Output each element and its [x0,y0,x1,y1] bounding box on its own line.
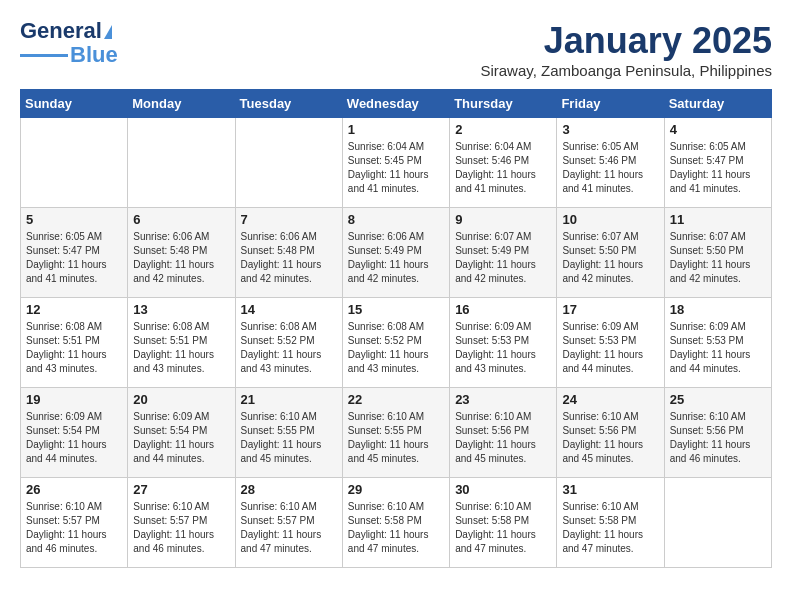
calendar-cell: 29Sunrise: 6:10 AM Sunset: 5:58 PM Dayli… [342,478,449,568]
day-info: Sunrise: 6:10 AM Sunset: 5:57 PM Dayligh… [133,500,229,556]
calendar-cell: 15Sunrise: 6:08 AM Sunset: 5:52 PM Dayli… [342,298,449,388]
calendar-cell: 3Sunrise: 6:05 AM Sunset: 5:46 PM Daylig… [557,118,664,208]
header-day-monday: Monday [128,90,235,118]
calendar-subtitle: Siraway, Zamboanga Peninsula, Philippine… [480,62,772,79]
page-header: General Blue January 2025 Siraway, Zambo… [20,20,772,79]
day-info: Sunrise: 6:05 AM Sunset: 5:46 PM Dayligh… [562,140,658,196]
day-number: 9 [455,212,551,227]
calendar-cell [235,118,342,208]
calendar-cell: 4Sunrise: 6:05 AM Sunset: 5:47 PM Daylig… [664,118,771,208]
day-number: 20 [133,392,229,407]
header-day-thursday: Thursday [450,90,557,118]
calendar-cell: 9Sunrise: 6:07 AM Sunset: 5:49 PM Daylig… [450,208,557,298]
calendar-cell: 2Sunrise: 6:04 AM Sunset: 5:46 PM Daylig… [450,118,557,208]
day-number: 14 [241,302,337,317]
day-number: 27 [133,482,229,497]
day-number: 19 [26,392,122,407]
day-number: 15 [348,302,444,317]
day-number: 10 [562,212,658,227]
day-number: 28 [241,482,337,497]
calendar-cell: 14Sunrise: 6:08 AM Sunset: 5:52 PM Dayli… [235,298,342,388]
calendar-cell: 23Sunrise: 6:10 AM Sunset: 5:56 PM Dayli… [450,388,557,478]
day-number: 24 [562,392,658,407]
calendar-cell: 11Sunrise: 6:07 AM Sunset: 5:50 PM Dayli… [664,208,771,298]
logo-blue-text: Blue [70,42,118,68]
calendar-week-5: 26Sunrise: 6:10 AM Sunset: 5:57 PM Dayli… [21,478,772,568]
calendar-cell: 20Sunrise: 6:09 AM Sunset: 5:54 PM Dayli… [128,388,235,478]
day-info: Sunrise: 6:05 AM Sunset: 5:47 PM Dayligh… [670,140,766,196]
day-number: 11 [670,212,766,227]
calendar-cell: 5Sunrise: 6:05 AM Sunset: 5:47 PM Daylig… [21,208,128,298]
day-info: Sunrise: 6:10 AM Sunset: 5:55 PM Dayligh… [241,410,337,466]
day-info: Sunrise: 6:06 AM Sunset: 5:48 PM Dayligh… [133,230,229,286]
day-info: Sunrise: 6:06 AM Sunset: 5:49 PM Dayligh… [348,230,444,286]
header-day-tuesday: Tuesday [235,90,342,118]
day-info: Sunrise: 6:09 AM Sunset: 5:54 PM Dayligh… [26,410,122,466]
header-day-friday: Friday [557,90,664,118]
title-section: January 2025 Siraway, Zamboanga Peninsul… [480,20,772,79]
day-number: 8 [348,212,444,227]
logo-triangle-icon [104,25,112,39]
day-info: Sunrise: 6:10 AM Sunset: 5:55 PM Dayligh… [348,410,444,466]
calendar-cell: 22Sunrise: 6:10 AM Sunset: 5:55 PM Dayli… [342,388,449,478]
calendar-cell: 28Sunrise: 6:10 AM Sunset: 5:57 PM Dayli… [235,478,342,568]
calendar-week-3: 12Sunrise: 6:08 AM Sunset: 5:51 PM Dayli… [21,298,772,388]
calendar-cell [664,478,771,568]
calendar-week-1: 1Sunrise: 6:04 AM Sunset: 5:45 PM Daylig… [21,118,772,208]
day-number: 2 [455,122,551,137]
calendar-cell: 26Sunrise: 6:10 AM Sunset: 5:57 PM Dayli… [21,478,128,568]
calendar-title: January 2025 [480,20,772,62]
day-info: Sunrise: 6:09 AM Sunset: 5:53 PM Dayligh… [455,320,551,376]
day-info: Sunrise: 6:10 AM Sunset: 5:57 PM Dayligh… [241,500,337,556]
calendar-cell: 8Sunrise: 6:06 AM Sunset: 5:49 PM Daylig… [342,208,449,298]
calendar-week-2: 5Sunrise: 6:05 AM Sunset: 5:47 PM Daylig… [21,208,772,298]
day-info: Sunrise: 6:09 AM Sunset: 5:54 PM Dayligh… [133,410,229,466]
day-info: Sunrise: 6:10 AM Sunset: 5:58 PM Dayligh… [562,500,658,556]
calendar-cell: 24Sunrise: 6:10 AM Sunset: 5:56 PM Dayli… [557,388,664,478]
day-number: 4 [670,122,766,137]
calendar-cell: 10Sunrise: 6:07 AM Sunset: 5:50 PM Dayli… [557,208,664,298]
day-number: 29 [348,482,444,497]
day-info: Sunrise: 6:06 AM Sunset: 5:48 PM Dayligh… [241,230,337,286]
day-number: 13 [133,302,229,317]
calendar-cell: 21Sunrise: 6:10 AM Sunset: 5:55 PM Dayli… [235,388,342,478]
calendar-cell: 27Sunrise: 6:10 AM Sunset: 5:57 PM Dayli… [128,478,235,568]
day-info: Sunrise: 6:08 AM Sunset: 5:52 PM Dayligh… [348,320,444,376]
day-number: 25 [670,392,766,407]
header-day-saturday: Saturday [664,90,771,118]
calendar-cell: 13Sunrise: 6:08 AM Sunset: 5:51 PM Dayli… [128,298,235,388]
day-info: Sunrise: 6:07 AM Sunset: 5:50 PM Dayligh… [562,230,658,286]
day-info: Sunrise: 6:04 AM Sunset: 5:45 PM Dayligh… [348,140,444,196]
day-number: 23 [455,392,551,407]
day-info: Sunrise: 6:09 AM Sunset: 5:53 PM Dayligh… [562,320,658,376]
day-number: 31 [562,482,658,497]
logo-underline [20,54,68,57]
day-info: Sunrise: 6:09 AM Sunset: 5:53 PM Dayligh… [670,320,766,376]
day-number: 6 [133,212,229,227]
logo-text: General [20,20,112,42]
calendar-cell: 12Sunrise: 6:08 AM Sunset: 5:51 PM Dayli… [21,298,128,388]
header-day-wednesday: Wednesday [342,90,449,118]
day-info: Sunrise: 6:04 AM Sunset: 5:46 PM Dayligh… [455,140,551,196]
calendar-cell: 1Sunrise: 6:04 AM Sunset: 5:45 PM Daylig… [342,118,449,208]
day-info: Sunrise: 6:07 AM Sunset: 5:49 PM Dayligh… [455,230,551,286]
calendar-cell [128,118,235,208]
calendar-cell: 17Sunrise: 6:09 AM Sunset: 5:53 PM Dayli… [557,298,664,388]
day-number: 16 [455,302,551,317]
day-number: 22 [348,392,444,407]
calendar-body: 1Sunrise: 6:04 AM Sunset: 5:45 PM Daylig… [21,118,772,568]
day-number: 17 [562,302,658,317]
calendar-cell: 18Sunrise: 6:09 AM Sunset: 5:53 PM Dayli… [664,298,771,388]
day-number: 12 [26,302,122,317]
day-number: 30 [455,482,551,497]
day-number: 3 [562,122,658,137]
calendar-table: SundayMondayTuesdayWednesdayThursdayFrid… [20,89,772,568]
day-info: Sunrise: 6:10 AM Sunset: 5:58 PM Dayligh… [455,500,551,556]
logo: General Blue [20,20,118,68]
calendar-cell [21,118,128,208]
day-number: 18 [670,302,766,317]
calendar-cell: 16Sunrise: 6:09 AM Sunset: 5:53 PM Dayli… [450,298,557,388]
day-info: Sunrise: 6:10 AM Sunset: 5:56 PM Dayligh… [670,410,766,466]
calendar-week-4: 19Sunrise: 6:09 AM Sunset: 5:54 PM Dayli… [21,388,772,478]
header-day-sunday: Sunday [21,90,128,118]
